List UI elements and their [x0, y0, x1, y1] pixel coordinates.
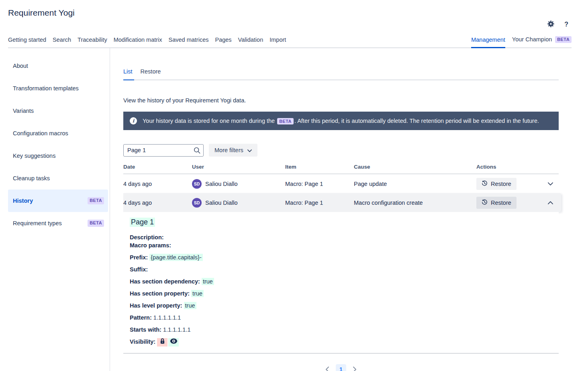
- row-item: Macro: Page 1: [285, 200, 354, 206]
- tab-restore[interactable]: Restore: [141, 68, 163, 80]
- sidebar-item-label: Requirement types: [13, 220, 62, 226]
- sidebar-item-cleanup-tasks[interactable]: Cleanup tasks: [8, 167, 108, 190]
- avatar: SD: [192, 179, 202, 189]
- column-header-cause: Cause: [354, 164, 476, 170]
- chevron-down-icon: [247, 147, 252, 153]
- more-filters-button[interactable]: More filters: [209, 144, 257, 157]
- row-cause: Page update: [354, 181, 476, 187]
- detail-line-pattern: Pattern: 1.1.1.1.1.1: [130, 314, 552, 322]
- nav-item-pages[interactable]: Pages: [215, 37, 231, 48]
- detail-line-prefix: Prefix: {page.title.capitals}-: [130, 253, 552, 261]
- gear-icon[interactable]: [547, 20, 555, 29]
- page: Requirement Yogi ? Getting started Se: [0, 0, 588, 371]
- detail-line-description: Description:: [130, 233, 552, 241]
- help-icon[interactable]: ?: [564, 21, 568, 28]
- row-date: 4 days ago: [123, 200, 192, 206]
- restore-history-icon: [482, 180, 488, 188]
- detail-value: 1.1.1.1.1.1: [153, 314, 181, 321]
- nav-item-modification-matrix[interactable]: Modification matrix: [114, 37, 162, 48]
- column-header-user: User: [192, 164, 285, 170]
- banner-text-after: . After this period, it is automatically…: [294, 118, 539, 124]
- nav-item-traceability[interactable]: Traceability: [78, 37, 107, 48]
- restore-button[interactable]: Restore: [476, 197, 517, 209]
- sidebar-item-transformation-templates[interactable]: Transformation templates: [8, 77, 108, 100]
- table-row[interactable]: 4 days ago SD Saliou Diallo Macro: Page …: [123, 174, 559, 193]
- detail-line-has-section-property: Has section property: true: [130, 289, 552, 298]
- sidebar-item-label: Key suggestions: [13, 153, 55, 159]
- nav-item-import[interactable]: Import: [270, 37, 286, 48]
- row-cause: Macro configuration create: [354, 200, 476, 206]
- next-page-chevron-right-icon[interactable]: [351, 365, 358, 371]
- detail-value: 1.1.1.1.1.1: [163, 326, 191, 333]
- user-name: Saliou Diallo: [205, 181, 238, 187]
- info-banner: i Your history data is stored for one mo…: [123, 112, 559, 130]
- sidebar: About Transformation templates Variants …: [0, 48, 110, 371]
- detail-line-has-level-property: Has level property: true: [130, 302, 552, 310]
- page-number-button[interactable]: 1: [336, 364, 346, 371]
- tabs: List Restore: [123, 68, 559, 80]
- eye-icon: [168, 338, 179, 347]
- detail-line-macro-params: Macro params:: [130, 241, 552, 249]
- nav-item-search[interactable]: Search: [53, 37, 71, 48]
- main-nav-right: Management Your Champion BETA: [471, 36, 572, 48]
- sidebar-item-label: History: [13, 198, 33, 204]
- nav-item-getting-started[interactable]: Getting started: [8, 37, 46, 48]
- history-detail-panel: Page 1 Description: Macro params: Prefix…: [123, 212, 559, 354]
- detail-value: {page.title.capitals}-: [149, 254, 203, 261]
- previous-page-chevron-left-icon[interactable]: [324, 365, 331, 371]
- restore-label: Restore: [491, 181, 511, 187]
- detail-label: Prefix:: [130, 254, 148, 261]
- restore-button[interactable]: Restore: [476, 178, 517, 190]
- nav-item-management[interactable]: Management: [471, 37, 505, 48]
- detail-label: Description:: [130, 234, 164, 241]
- sidebar-item-label: Cleanup tasks: [13, 175, 50, 181]
- detail-line-starts-with: Starts with: 1.1.1.1.1.1: [130, 326, 552, 334]
- search-icon[interactable]: [194, 147, 200, 155]
- intro-text: View the history of your Requirement Yog…: [123, 97, 559, 104]
- detail-title: Page 1: [130, 218, 155, 227]
- detail-label: Pattern:: [130, 314, 152, 321]
- detail-label: Has section property:: [130, 290, 190, 297]
- detail-value: true: [191, 290, 204, 297]
- nav-item-label: Your Champion: [512, 36, 552, 43]
- main-nav: Getting started Search Traceability Modi…: [8, 37, 286, 48]
- nav-item-saved-matrices[interactable]: Saved matrices: [169, 37, 209, 48]
- detail-line-suffix: Suffix:: [130, 265, 552, 273]
- table-row-expanded[interactable]: 4 days ago SD Saliou Diallo Macro: Page …: [123, 193, 561, 212]
- nav-item-your-champion[interactable]: Your Champion BETA: [512, 36, 572, 48]
- detail-label: Starts with:: [130, 326, 161, 333]
- detail-label: Macro params:: [130, 242, 171, 249]
- sidebar-item-label: Variants: [13, 108, 34, 114]
- more-filters-label: More filters: [214, 147, 243, 153]
- detail-label: Visibility:: [130, 338, 155, 345]
- detail-line-has-section-dependency: Has section dependency: true: [130, 277, 552, 285]
- nav-item-validation[interactable]: Validation: [238, 37, 263, 48]
- sidebar-item-key-suggestions[interactable]: Key suggestions: [8, 145, 108, 167]
- topbar-icons: ?: [547, 20, 568, 29]
- content-area: About Transformation templates Variants …: [0, 48, 588, 371]
- beta-badge: BETA: [88, 220, 104, 226]
- collapse-chevron-up-icon[interactable]: [546, 200, 555, 206]
- expand-chevron-down-icon[interactable]: [546, 181, 555, 187]
- row-user: SD Saliou Diallo: [192, 198, 285, 208]
- row-user: SD Saliou Diallo: [192, 179, 285, 189]
- sidebar-item-requirement-types[interactable]: Requirement types BETA: [8, 212, 108, 234]
- sidebar-item-configuration-macros[interactable]: Configuration macros: [8, 122, 108, 145]
- detail-value: true: [202, 278, 214, 285]
- tab-list[interactable]: List: [123, 68, 134, 80]
- sidebar-item-variants[interactable]: Variants: [8, 100, 108, 122]
- sidebar-item-history[interactable]: History BETA: [8, 190, 108, 212]
- sidebar-item-about[interactable]: About: [8, 55, 108, 77]
- detail-label: Has level property:: [130, 302, 182, 309]
- row-actions: Restore: [476, 178, 559, 190]
- search-input[interactable]: [123, 144, 204, 157]
- pagination: 1: [123, 364, 559, 371]
- detail-label: Suffix:: [130, 266, 148, 273]
- restore-label: Restore: [491, 200, 511, 206]
- beta-badge: BETA: [88, 197, 104, 204]
- beta-badge: BETA: [555, 36, 572, 43]
- table-header: Date User Item Cause Actions: [123, 164, 559, 174]
- column-header-date: Date: [123, 164, 192, 170]
- page-title: Requirement Yogi: [8, 8, 75, 18]
- row-item: Macro: Page 1: [285, 181, 354, 187]
